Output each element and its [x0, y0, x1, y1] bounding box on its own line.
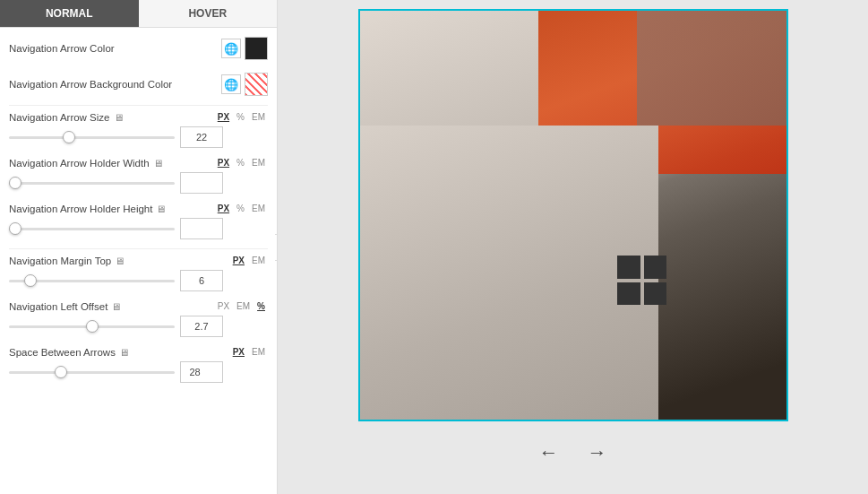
holder-width-label: Navigation Arrow Holder Width 🖥 [9, 158, 163, 169]
space-between-label: Space Between Arrows 🖥 [9, 347, 129, 358]
holder-height-label: Navigation Arrow Holder Height 🖥 [9, 204, 166, 214]
monitor-icon-size: 🖥 [114, 112, 124, 123]
left-offset-label: Navigation Left Offset 🖥 [9, 301, 121, 312]
unit-pct-height[interactable]: % [234, 203, 247, 214]
unit-em-size[interactable]: EM [249, 111, 268, 123]
margin-top-input[interactable] [180, 270, 223, 291]
margin-top-units: PX EM [230, 255, 268, 266]
unit-em-offset[interactable]: EM [234, 300, 253, 312]
arrow-bg-color-controls: 🌐 [221, 73, 268, 96]
unit-em-height[interactable]: EM [249, 203, 268, 214]
right-panel: ← → [278, 0, 868, 494]
left-offset-units: PX EM % [215, 300, 268, 312]
left-offset-input[interactable] [180, 316, 223, 337]
unit-pct-size[interactable]: % [234, 111, 247, 123]
margin-top-label: Navigation Margin Top 🖥 [9, 256, 125, 266]
divider-2 [9, 248, 268, 249]
unit-px-height[interactable]: PX [215, 203, 232, 214]
margin-top-row: Navigation Margin Top 🖥 PX EM [9, 255, 268, 291]
holder-height-header: Navigation Arrow Holder Height 🖥 PX % EM [9, 203, 268, 214]
arrow-size-header: Navigation Arrow Size 🖥 PX % EM [9, 111, 268, 123]
holder-width-slider[interactable] [9, 182, 175, 185]
monitor-icon-space: 🖥 [119, 347, 129, 358]
holder-height-row: Navigation Arrow Holder Height 🖥 PX % EM [9, 203, 268, 239]
unit-em-margin[interactable]: EM [249, 255, 268, 266]
monitor-icon-height: 🖥 [156, 204, 166, 214]
left-offset-slider[interactable] [9, 325, 175, 328]
space-between-units: PX EM [230, 346, 268, 358]
hands-area [637, 11, 786, 126]
unit-em-space[interactable]: EM [249, 346, 268, 358]
arrow-bg-globe-icon[interactable]: 🌐 [221, 74, 241, 94]
space-between-input[interactable] [180, 361, 223, 383]
arrow-bg-color-label: Navigation Arrow Background Color [9, 79, 172, 90]
arrow-size-label: Navigation Arrow Size 🖥 [9, 112, 124, 123]
arrow-size-slider[interactable] [9, 136, 175, 139]
tab-bar: NORMAL HOVER [0, 0, 277, 28]
arrow-color-globe-icon[interactable]: 🌐 [221, 39, 241, 58]
space-between-controls [9, 361, 268, 383]
space-between-row: Space Between Arrows 🖥 PX EM [9, 346, 268, 383]
navigation-arrows: ← → [534, 438, 613, 468]
left-panel: NORMAL HOVER Navigation Arrow Color 🌐 Na… [0, 0, 278, 494]
divider-1 [9, 105, 268, 106]
holder-width-input[interactable] [180, 172, 223, 194]
space-between-slider[interactable] [9, 371, 175, 374]
arrow-color-label: Navigation Arrow Color [9, 43, 115, 54]
space-between-header: Space Between Arrows 🖥 PX EM [9, 346, 268, 358]
holder-width-units: PX % EM [215, 157, 268, 169]
arrow-size-units: PX % EM [215, 111, 268, 123]
unit-pct-offset[interactable]: % [254, 300, 268, 312]
unit-px-margin[interactable]: PX [230, 255, 247, 266]
unit-px-width[interactable]: PX [215, 157, 232, 169]
holder-height-input[interactable] [180, 218, 223, 239]
right-arrow-button[interactable]: → [582, 438, 613, 468]
holder-height-slider[interactable] [9, 228, 175, 230]
arrow-color-row: Navigation Arrow Color 🌐 [9, 33, 268, 64]
left-offset-controls [9, 316, 268, 337]
arrow-bg-color-row: Navigation Arrow Background Color 🌐 [9, 69, 268, 100]
unit-em-width[interactable]: EM [249, 157, 268, 169]
left-offset-row: Navigation Left Offset 🖥 PX EM % [9, 300, 268, 337]
monitor-icon-margin: 🖥 [115, 256, 125, 266]
arrow-bg-color-swatch[interactable] [245, 73, 268, 96]
tab-hover[interactable]: HOVER [139, 0, 278, 27]
holder-height-controls [9, 218, 268, 239]
holder-width-controls [9, 172, 268, 194]
windows-logo [617, 256, 666, 305]
left-offset-header: Navigation Left Offset 🖥 PX EM % [9, 300, 268, 312]
holder-width-header: Navigation Arrow Holder Width 🖥 PX % EM [9, 157, 268, 169]
margin-top-header: Navigation Margin Top 🖥 PX EM [9, 255, 268, 266]
unit-px-offset[interactable]: PX [215, 300, 232, 312]
holder-width-row: Navigation Arrow Holder Width 🖥 PX % EM [9, 157, 268, 194]
margin-top-controls [9, 270, 268, 291]
holder-height-units: PX % EM [215, 203, 268, 214]
unit-px-size[interactable]: PX [215, 111, 232, 123]
arrow-color-swatch[interactable] [245, 37, 268, 60]
margin-top-slider[interactable] [9, 280, 175, 282]
canvas-area [358, 9, 788, 421]
arrow-size-input[interactable] [180, 126, 223, 148]
laptop-body [360, 126, 658, 420]
monitor-icon-width: 🖥 [153, 158, 163, 169]
arrow-size-controls [9, 126, 268, 148]
unit-pct-width[interactable]: % [234, 157, 247, 169]
left-arrow-button[interactable]: ← [534, 438, 564, 468]
unit-px-space[interactable]: PX [230, 346, 247, 358]
tab-normal[interactable]: NORMAL [0, 0, 139, 27]
arrow-size-row: Navigation Arrow Size 🖥 PX % EM [9, 111, 268, 148]
monitor-icon-offset: 🖥 [111, 301, 121, 312]
settings-content: Navigation Arrow Color 🌐 Navigation Arro… [0, 28, 277, 494]
arrow-color-controls: 🌐 [221, 37, 268, 60]
